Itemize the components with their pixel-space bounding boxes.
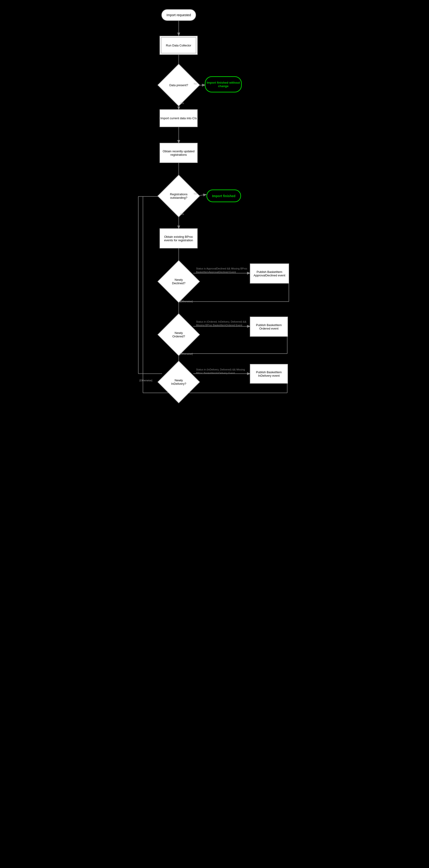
- run-data-collector-node: Run Data Collector: [160, 36, 198, 55]
- newly-indelivery-wrapper: Newly InDelivery?: [164, 367, 194, 397]
- no-registrations-label: No: [194, 192, 197, 195]
- publish-indelivery-node: Publish BasketItem InDelivery event: [250, 364, 288, 383]
- import-finished-no-change-node: Import finished without change: [205, 76, 242, 92]
- diagram-container: Import requested Run Data Collector Data…: [125, 0, 304, 868]
- otherwise-ordered-label: [Otherwise]: [180, 352, 193, 355]
- obtain-bproc-events-node: Obtain existing BProc events for registr…: [160, 228, 198, 248]
- yes-data-label: Yes: [180, 102, 184, 104]
- obtain-registrations-node: Obtain recently updated registrations: [160, 143, 198, 163]
- import-current-data-node: Import current data into CIs: [160, 109, 198, 127]
- condition-declined-label: Status is ApprovalDeclined && Missing BP…: [196, 267, 249, 274]
- import-finished-node: Import finished: [206, 189, 241, 202]
- flow-lines: [125, 0, 304, 868]
- no-data-label: No: [194, 82, 197, 85]
- newly-declined-wrapper: Newly Declined?: [164, 267, 194, 297]
- yes-registrations-label: Yes: [180, 213, 184, 215]
- otherwise-indelivery-label: [Otherwise]: [139, 379, 153, 382]
- condition-ordered-label: Status in (Ordered, InDelivery, Delivere…: [196, 320, 249, 327]
- publish-ordered-node: Publish BasketItem Ordered event: [250, 317, 288, 337]
- import-requested-node: Import requested: [161, 9, 196, 21]
- otherwise-declined-label: [Otherwise]: [180, 300, 193, 303]
- data-present-diamond-wrapper: Data present?: [164, 70, 194, 100]
- registrations-outstanding-wrapper: Registrations outstanding?: [164, 181, 194, 211]
- publish-approval-declined-node: Publish BasketItem ApprovalDeclined even…: [250, 264, 289, 284]
- condition-indelivery-label: Status in (InDelivery, Delivered) && Mis…: [196, 368, 249, 375]
- newly-ordered-wrapper: Newly Ordered?: [164, 320, 194, 350]
